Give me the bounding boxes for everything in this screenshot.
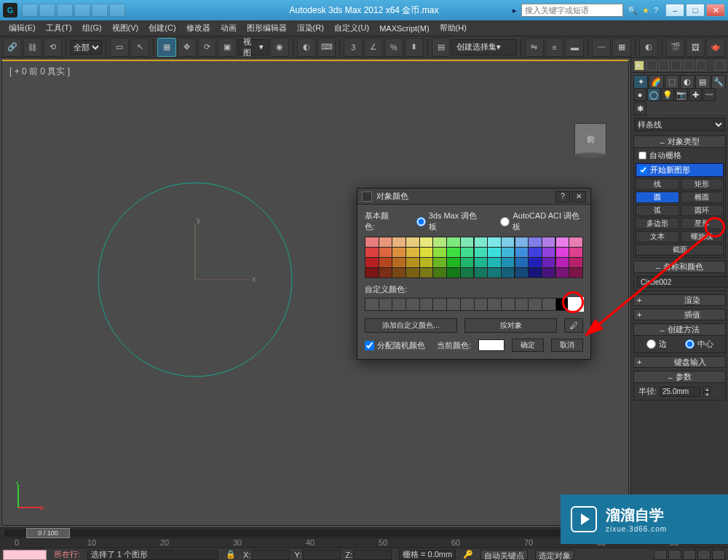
render-frame-icon[interactable]: 🖼 <box>686 38 705 57</box>
dialog-close-button[interactable]: ✕ <box>571 191 586 202</box>
y-input[interactable] <box>303 550 341 560</box>
add-custom-button[interactable]: 添加自定义颜色… <box>365 318 457 333</box>
angle-snap-icon[interactable]: ∠ <box>364 38 383 57</box>
percent-snap-icon[interactable]: % <box>384 38 403 57</box>
material-icon[interactable]: ◐ <box>639 38 658 57</box>
view-cube[interactable]: 前 <box>574 123 606 155</box>
render-icon[interactable]: 🫖 <box>706 38 725 57</box>
mirror-icon[interactable]: ⇋ <box>525 38 544 57</box>
rect-button[interactable]: 矩形 <box>681 178 724 190</box>
custom-color-row[interactable] <box>365 298 583 311</box>
rotate-icon[interactable]: ⟳ <box>198 38 217 57</box>
wrench-icon[interactable] <box>646 60 657 71</box>
donut-button[interactable]: 圆环 <box>681 205 724 216</box>
hierarchy-tab[interactable]: ⬚ <box>665 75 679 88</box>
menu-view[interactable]: 视图(V) <box>108 21 143 35</box>
gear-icon[interactable] <box>684 60 694 71</box>
object-name-input[interactable] <box>637 276 728 288</box>
color-swatch[interactable] <box>379 268 392 277</box>
color-swatch[interactable] <box>488 268 501 277</box>
color-swatch[interactable] <box>515 258 529 267</box>
select-object-icon[interactable]: ▦ <box>157 38 176 57</box>
search-input[interactable] <box>521 4 623 17</box>
color-swatch[interactable] <box>461 237 474 247</box>
scale-icon[interactable]: ▣ <box>218 38 237 57</box>
app-logo[interactable]: G <box>3 3 17 17</box>
color-swatch[interactable] <box>542 237 555 247</box>
color-swatch[interactable] <box>433 248 446 257</box>
render-setup-icon[interactable]: 🎬 <box>666 38 685 57</box>
layer-icon[interactable]: ▬ <box>565 38 584 57</box>
qat-btn[interactable] <box>57 4 73 17</box>
color-swatch[interactable] <box>379 258 392 267</box>
color-swatch[interactable] <box>420 268 433 277</box>
color-swatch[interactable] <box>406 258 419 267</box>
play-prev-icon[interactable] <box>668 550 681 560</box>
current-color-swatch[interactable] <box>478 339 505 351</box>
color-swatch[interactable] <box>406 237 419 247</box>
x-input[interactable] <box>252 550 290 560</box>
category-dropdown[interactable]: 样条线 <box>634 118 725 131</box>
dialog-titlebar[interactable]: 对象颜色 ? ✕ <box>357 189 590 205</box>
menu-modifier[interactable]: 修改器 <box>182 21 215 35</box>
color-swatch[interactable] <box>515 248 529 257</box>
move-icon[interactable]: ✥ <box>178 38 197 57</box>
color-swatch[interactable] <box>461 268 474 277</box>
menu-create[interactable]: 创建(C) <box>144 21 180 35</box>
color-swatch[interactable] <box>379 237 392 247</box>
favorite-icon[interactable]: ★ <box>642 6 649 15</box>
color-swatch[interactable] <box>392 258 405 267</box>
color-swatch[interactable] <box>420 248 433 257</box>
help-icon[interactable]: ? <box>654 6 658 15</box>
rollout-header[interactable]: –创建方法 <box>634 324 725 336</box>
menu-render[interactable]: 渲染(R) <box>293 21 328 35</box>
time-thumb[interactable]: 0 / 100 <box>26 528 70 538</box>
ellipse-button[interactable]: 椭圆 <box>681 192 724 203</box>
qat-btn[interactable] <box>39 4 55 17</box>
color-swatch[interactable] <box>447 268 460 277</box>
play-end-icon[interactable] <box>712 550 725 560</box>
menu-script[interactable]: MAXScript(M) <box>375 23 433 34</box>
named-sel-icon[interactable]: ▤ <box>432 38 451 57</box>
color-swatch[interactable] <box>502 237 515 247</box>
by-object-button[interactable]: 按对象 <box>464 318 557 333</box>
color-swatch[interactable] <box>569 258 582 267</box>
color-swatch[interactable] <box>556 237 569 247</box>
cursor-icon[interactable]: ↖ <box>130 38 149 57</box>
play-icon[interactable] <box>683 550 696 560</box>
auto-grid-checkbox[interactable]: 自动栅格 <box>636 149 724 162</box>
color-swatch[interactable] <box>569 268 582 277</box>
color-swatch[interactable] <box>515 237 529 247</box>
viewport-label[interactable]: [ + 0 前 0 真实 ] <box>9 66 70 78</box>
radius-input[interactable] <box>660 387 700 397</box>
color-swatch[interactable] <box>392 248 405 257</box>
radius-spinner[interactable]: ▴▾ <box>703 387 711 397</box>
line-button[interactable]: 线 <box>636 178 679 190</box>
color-swatch[interactable] <box>488 258 501 267</box>
pivot-icon[interactable]: ◉ <box>270 38 289 57</box>
rollout-header[interactable]: –对象类型 <box>634 136 725 148</box>
utilities-tab[interactable]: 🔧 <box>711 75 726 88</box>
snap-icon[interactable]: 3 <box>344 38 363 57</box>
auto-key-button[interactable]: 自动关键点 <box>480 550 528 560</box>
color-swatch[interactable] <box>475 248 488 257</box>
color-grid[interactable] <box>365 237 583 278</box>
color-swatch[interactable] <box>502 268 515 277</box>
spinner-snap-icon[interactable]: ⬍ <box>405 38 424 57</box>
shapes-icon[interactable]: ◯ <box>647 88 660 101</box>
bind-icon[interactable]: ⟲ <box>44 38 63 57</box>
color-swatch[interactable] <box>542 268 555 277</box>
edge-radio[interactable]: 边 <box>646 339 667 350</box>
color-swatch[interactable] <box>406 248 419 257</box>
color-swatch[interactable] <box>420 258 433 267</box>
monitor-icon[interactable] <box>671 60 681 71</box>
sel-set-button[interactable]: 选定对象 <box>535 550 574 560</box>
maximize-button[interactable]: □ <box>686 4 705 17</box>
modify-tab[interactable]: 🌈 <box>649 75 663 88</box>
color-swatch[interactable] <box>569 248 582 257</box>
hammer-icon[interactable] <box>696 60 706 71</box>
color-swatch[interactable] <box>569 237 582 247</box>
menu-custom[interactable]: 自定义(U) <box>330 21 373 35</box>
ngon-button[interactable]: 多边形 <box>636 218 679 229</box>
helpers-icon[interactable]: ✚ <box>689 88 702 101</box>
